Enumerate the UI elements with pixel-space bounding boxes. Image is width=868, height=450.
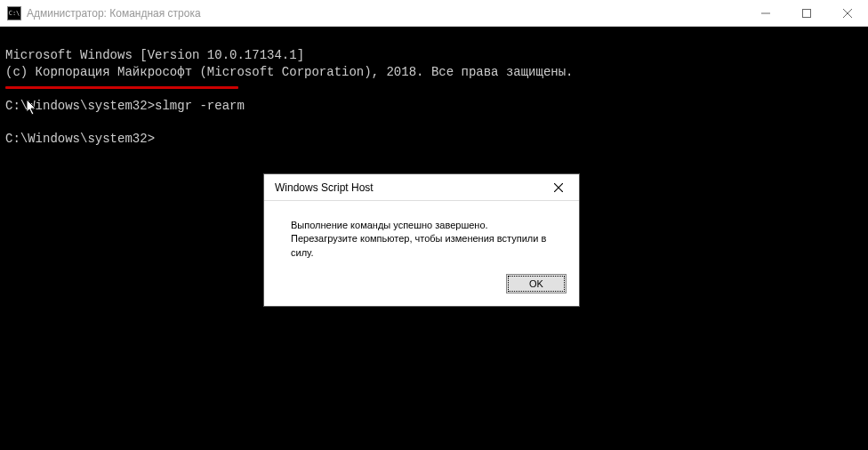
window-titlebar: C:\ Администратор: Командная строка [0, 0, 868, 27]
console-prompt: C:\Windows\system32> [5, 132, 155, 146]
console-line: (c) Корпорация Майкрософт (Microsoft Cor… [5, 65, 574, 79]
console-prompt: C:\Windows\system32>slmgr -rearm [5, 99, 245, 113]
dialog-message: Выполнение команды успешно завершено. Пе… [264, 201, 579, 267]
window-controls [745, 0, 868, 26]
annotation-underline [5, 86, 238, 89]
minimize-button[interactable] [745, 0, 786, 26]
window-title: Администратор: Командная строка [27, 7, 201, 20]
dialog-message-line: Перезагрузите компьютер, чтобы изменения… [291, 232, 561, 260]
dialog-titlebar[interactable]: Windows Script Host [264, 174, 579, 201]
script-host-dialog: Windows Script Host Выполнение команды у… [263, 173, 580, 307]
console-command: slmgr -rearm [155, 99, 245, 113]
ok-button[interactable]: OK [506, 274, 567, 293]
dialog-close-button[interactable] [545, 177, 572, 198]
dialog-message-line: Выполнение команды успешно завершено. [291, 219, 561, 232]
svg-rect-1 [803, 9, 811, 17]
close-button[interactable] [827, 0, 868, 26]
maximize-button[interactable] [786, 0, 827, 26]
console-line: Microsoft Windows [Version 10.0.17134.1] [5, 48, 304, 62]
cmd-icon: C:\ [7, 6, 21, 20]
dialog-title: Windows Script Host [275, 181, 374, 194]
